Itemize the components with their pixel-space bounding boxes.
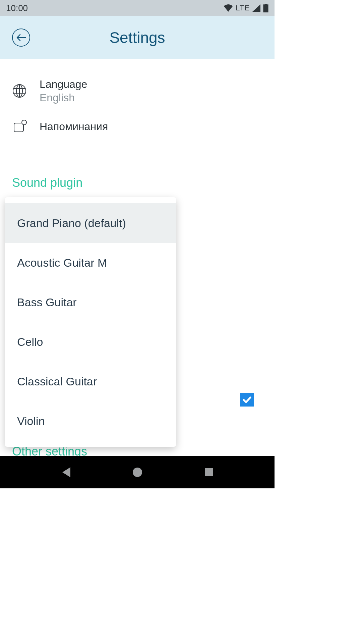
svg-rect-5 — [14, 123, 23, 132]
square-recents-icon — [204, 468, 214, 477]
settings-content: Language English Напоминания Sound plugi… — [0, 59, 275, 190]
status-indicators: LTE — [224, 4, 268, 12]
language-label: Language — [40, 78, 87, 91]
signal-icon — [252, 4, 260, 12]
status-time: 10:00 — [6, 3, 28, 13]
checkbox[interactable] — [240, 393, 254, 407]
android-navbar — [0, 456, 275, 488]
reminders-label: Напоминания — [40, 120, 108, 133]
arrow-left-icon — [16, 34, 26, 42]
network-label: LTE — [236, 4, 250, 12]
reminder-icon — [12, 119, 27, 134]
circle-home-icon — [132, 467, 143, 478]
svg-rect-8 — [205, 468, 213, 476]
back-button[interactable] — [12, 29, 30, 47]
dropdown-item-cello[interactable]: Cello — [5, 322, 176, 362]
globe-icon — [12, 84, 27, 98]
language-row[interactable]: Language English — [0, 78, 275, 119]
wifi-icon — [224, 4, 233, 12]
status-bar: 10:00 LTE — [0, 0, 275, 16]
sound-plugin-dropdown: Grand Piano (default) Acoustic Guitar M … — [5, 197, 176, 447]
page-title: Settings — [109, 29, 165, 47]
svg-point-6 — [22, 120, 26, 125]
nav-back-button[interactable] — [58, 465, 74, 480]
triangle-back-icon — [61, 467, 71, 478]
dropdown-item-grand-piano[interactable]: Grand Piano (default) — [5, 203, 176, 243]
battery-icon — [263, 4, 268, 12]
dropdown-item-classical-guitar[interactable]: Classical Guitar — [5, 362, 176, 401]
reminders-row[interactable]: Напоминания — [0, 119, 275, 149]
app-header: Settings — [0, 16, 275, 59]
dropdown-item-bass-guitar[interactable]: Bass Guitar — [5, 282, 176, 322]
language-value: English — [40, 91, 87, 104]
dropdown-item-acoustic-guitar[interactable]: Acoustic Guitar M — [5, 243, 176, 282]
dropdown-item-violin[interactable]: Violin — [5, 401, 176, 441]
nav-home-button[interactable] — [130, 465, 145, 480]
nav-recents-button[interactable] — [201, 465, 217, 480]
sound-plugin-section: Sound plugin — [0, 158, 275, 190]
svg-point-7 — [133, 468, 142, 477]
check-icon — [242, 395, 252, 405]
